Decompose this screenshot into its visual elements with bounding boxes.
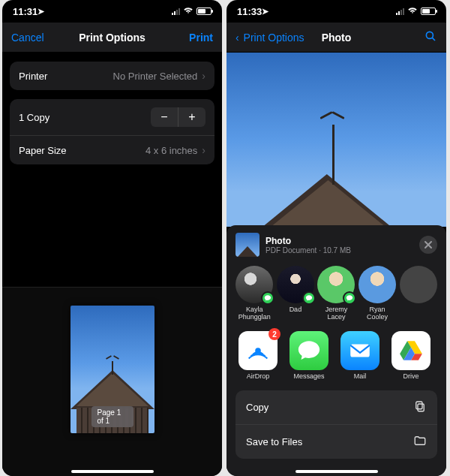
- copies-label: 1 Copy: [19, 112, 50, 123]
- share-contact[interactable]: Ryan Cooley: [358, 266, 397, 321]
- paper-size-cell[interactable]: Paper Size 4 x 6 inches ›: [10, 136, 214, 164]
- share-app-airdrop[interactable]: 2AirDrop: [236, 331, 280, 380]
- nav-bar: Cancel Print Options Print: [2, 23, 222, 53]
- back-button[interactable]: ‹ Print Options: [236, 32, 304, 44]
- action-list: Copy Save to Files: [236, 390, 437, 459]
- phone-print-options: 11:31 ➤ Cancel Print Options Print Print…: [2, 0, 222, 476]
- app-name: Drive: [388, 372, 434, 380]
- page-thumbnail[interactable]: Page 1 of 1: [70, 306, 154, 433]
- avatar: [400, 266, 437, 303]
- app-name: Messages: [286, 372, 332, 380]
- printer-group: Printer No Printer Selected ›: [10, 62, 214, 90]
- contact-name: Dad: [277, 306, 315, 313]
- status-bar: 11:33 ➤: [226, 0, 446, 23]
- save-label: Save to Files: [246, 436, 302, 447]
- svg-rect-4: [418, 404, 424, 411]
- messages-badge-icon: [302, 291, 316, 305]
- cellular-icon: [396, 8, 404, 15]
- copies-cell: 1 Copy − +: [10, 99, 214, 136]
- contact-name: Ryan Cooley: [358, 306, 397, 321]
- avatar: [277, 266, 314, 303]
- printer-cell[interactable]: Printer No Printer Selected ›: [10, 62, 214, 90]
- document-subtitle: PDF Document · 10.7 MB: [266, 246, 351, 255]
- svg-rect-3: [350, 345, 370, 357]
- paper-size-value: 4 x 6 inches: [146, 145, 197, 156]
- share-contact[interactable]: [399, 266, 437, 321]
- svg-rect-5: [416, 402, 422, 409]
- document-thumbnail: [236, 233, 260, 257]
- share-app-mail[interactable]: Mail: [338, 331, 382, 380]
- share-contact[interactable]: Kayla Phungglan: [236, 266, 274, 321]
- cancel-button[interactable]: Cancel: [11, 32, 44, 44]
- apps-row: 2AirDropMessagesMailDrive: [226, 327, 446, 387]
- document-title: Photo: [266, 236, 351, 246]
- avatar: [236, 266, 273, 303]
- copy-action[interactable]: Copy: [236, 390, 437, 425]
- share-app-drive[interactable]: Drive: [388, 331, 434, 380]
- paper-size-label: Paper Size: [19, 145, 67, 156]
- chevron-right-icon: ›: [202, 144, 206, 156]
- cellular-icon: [172, 8, 180, 15]
- save-to-files-action[interactable]: Save to Files: [236, 425, 437, 459]
- copy-icon: [413, 399, 427, 415]
- preview-area: Page 1 of 1: [2, 287, 222, 476]
- messages-badge-icon: [261, 291, 274, 305]
- svg-point-0: [426, 32, 433, 38]
- stepper-plus-button[interactable]: +: [178, 107, 206, 127]
- share-app-messages[interactable]: Messages: [286, 331, 332, 380]
- drive-icon: [392, 331, 430, 370]
- chevron-left-icon: ‹: [236, 32, 239, 44]
- share-sheet: Photo PDF Document · 10.7 MB Kayla Phung…: [226, 225, 446, 476]
- copies-stepper: − +: [151, 107, 206, 127]
- nav-bar: ‹ Print Options Photo: [226, 23, 446, 53]
- contact-name: Jeremy Lacey: [317, 306, 356, 321]
- notification-badge: 2: [268, 328, 280, 340]
- svg-line-1: [432, 38, 435, 41]
- status-time: 11:33: [237, 6, 262, 17]
- folder-icon: [413, 434, 427, 450]
- close-button[interactable]: [419, 236, 437, 254]
- messages-icon: [290, 331, 328, 370]
- options-group: 1 Copy − + Paper Size 4 x 6 inches ›: [10, 99, 214, 164]
- share-sheet-header: Photo PDF Document · 10.7 MB: [226, 225, 446, 263]
- copy-label: Copy: [246, 402, 268, 413]
- chevron-right-icon: ›: [202, 70, 206, 82]
- location-icon: ➤: [38, 7, 44, 17]
- printer-label: Printer: [19, 71, 47, 82]
- app-name: Mail: [338, 372, 382, 380]
- phone-share-sheet: 11:33 ➤ ‹ Print Options Photo Photo: [226, 0, 446, 476]
- status-bar: 11:31 ➤: [2, 0, 222, 23]
- search-button[interactable]: [424, 29, 437, 45]
- airdrop-icon: 2: [238, 331, 278, 370]
- messages-badge-icon: [343, 291, 356, 305]
- wifi-icon: [183, 7, 194, 16]
- avatar: [358, 266, 396, 303]
- stepper-minus-button[interactable]: −: [151, 107, 178, 127]
- status-time: 11:31: [13, 6, 38, 17]
- mail-icon: [340, 331, 380, 370]
- contacts-row: Kayla PhungglanDadJeremy LaceyRyan Coole…: [226, 263, 446, 327]
- battery-icon: [421, 8, 436, 15]
- avatar: [317, 266, 355, 303]
- page-indicator: Page 1 of 1: [92, 406, 134, 427]
- print-button[interactable]: Print: [189, 32, 213, 44]
- location-icon: ➤: [262, 7, 268, 17]
- share-contact[interactable]: Dad: [277, 266, 315, 321]
- printer-value: No Printer Selected: [113, 71, 198, 82]
- home-indicator[interactable]: [71, 470, 154, 473]
- home-indicator[interactable]: [296, 470, 378, 473]
- share-contact[interactable]: Jeremy Lacey: [317, 266, 356, 321]
- wifi-icon: [407, 7, 418, 16]
- battery-icon: [196, 8, 212, 15]
- app-name: AirDrop: [236, 372, 280, 380]
- contact-name: Kayla Phungglan: [236, 306, 274, 321]
- photo-viewer[interactable]: [226, 53, 446, 227]
